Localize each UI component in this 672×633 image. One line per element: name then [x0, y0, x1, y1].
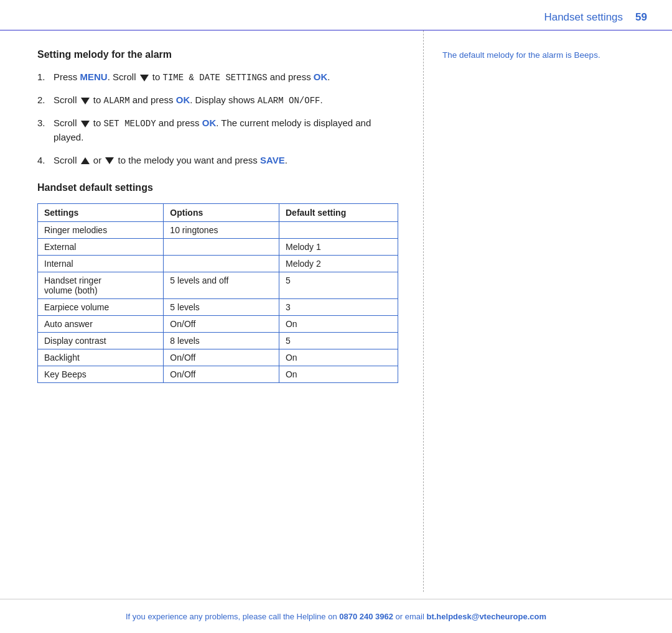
footer-text-middle: or email	[393, 612, 426, 621]
alarm-keyword: ALARM	[104, 96, 130, 106]
step-4: 4. Scroll or to the melody you want and …	[37, 154, 398, 168]
alarm-onoff: ALARM ON/OFF	[258, 96, 320, 106]
step-3-num: 3.	[37, 116, 54, 131]
table-cell-5-1: On/Off	[164, 316, 279, 333]
table-cell-6-0: Display contrast	[38, 333, 164, 349]
footer-phone: 0870 240 3962	[339, 612, 393, 621]
time-date-setting: TIME & DATE SETTINGS	[163, 73, 268, 83]
steps-list: 1. Press MENU. Scroll to TIME & DATE SET…	[37, 70, 398, 167]
left-content: Setting melody for the alarm 1. Press ME…	[0, 30, 424, 592]
table-cell-7-0: Backlight	[38, 349, 164, 366]
table-cell-6-2: 5	[279, 333, 398, 349]
step-1-body: Press MENU. Scroll to TIME & DATE SETTIN…	[54, 70, 398, 85]
table-row: Ringer melodies10 ringtones	[38, 222, 398, 239]
scroll-down-icon-3	[81, 121, 90, 127]
ok-keyword-1: OK	[314, 72, 328, 82]
page-header: Handset settings 59	[0, 0, 672, 30]
table-cell-8-1: On/Off	[164, 366, 279, 383]
table-row: BacklightOn/OffOn	[38, 349, 398, 366]
scroll-down-icon-4	[105, 157, 114, 164]
step-1-num: 1.	[37, 70, 54, 85]
table-cell-1-1	[164, 239, 279, 256]
save-keyword: SAVE	[260, 155, 285, 165]
sidebar-note: The default melody for the alarm is Beep…	[442, 50, 600, 60]
table-cell-4-0: Earpiece volume	[38, 299, 164, 316]
table-cell-6-1: 8 levels	[164, 333, 279, 349]
table-cell-4-1: 5 levels	[164, 299, 279, 316]
ok-keyword-3: OK	[202, 118, 217, 128]
table-cell-7-2: On	[279, 349, 398, 366]
footer-email: bt.helpdesk@vtecheurope.com	[426, 612, 546, 621]
table-cell-7-1: On/Off	[164, 349, 279, 366]
col-header-options: Options	[164, 204, 279, 222]
table-cell-5-0: Auto answer	[38, 316, 164, 333]
table-row: Display contrast8 levels5	[38, 333, 398, 349]
step-2-body: Scroll to ALARM and press OK. Display sh…	[54, 93, 398, 108]
table-cell-0-1: 10 ringtones	[164, 222, 279, 239]
step-3-body: Scroll to SET MELODY and press OK. The c…	[54, 116, 398, 145]
table-cell-2-0: Internal	[38, 256, 164, 272]
section1: Setting melody for the alarm 1. Press ME…	[37, 49, 398, 167]
table-cell-3-0: Handset ringer volume (both)	[38, 272, 164, 299]
section1-title: Setting melody for the alarm	[37, 49, 398, 60]
settings-table: Settings Options Default setting Ringer …	[37, 203, 398, 383]
table-row: Key BeepsOn/OffOn	[38, 366, 398, 383]
table-cell-2-2: Melody 2	[279, 256, 398, 272]
table-cell-1-0: External	[38, 239, 164, 256]
section2: Handset default settings Settings Option…	[37, 182, 398, 383]
table-row: InternalMelody 2	[38, 256, 398, 272]
table-cell-3-1: 5 levels and off	[164, 272, 279, 299]
scroll-down-icon	[140, 75, 149, 81]
table-row: ExternalMelody 1	[38, 239, 398, 256]
step-2: 2. Scroll to ALARM and press OK. Display…	[37, 93, 398, 108]
set-melody-keyword: SET MELODY	[104, 119, 156, 129]
ok-keyword-2: OK	[176, 95, 190, 105]
table-cell-5-2: On	[279, 316, 398, 333]
step-4-body: Scroll or to the melody you want and pre…	[54, 154, 398, 168]
step-4-num: 4.	[37, 154, 54, 168]
table-cell-3-2: 5	[279, 272, 398, 299]
step-1: 1. Press MENU. Scroll to TIME & DATE SET…	[37, 70, 398, 85]
table-cell-0-2	[279, 222, 398, 239]
section2-title: Handset default settings	[37, 182, 398, 193]
table-cell-1-2: Melody 1	[279, 239, 398, 256]
right-sidebar: The default melody for the alarm is Beep…	[424, 30, 672, 592]
header-title: Handset settings	[544, 11, 623, 24]
table-row: Handset ringer volume (both)5 levels and…	[38, 272, 398, 299]
table-cell-0-0: Ringer melodies	[38, 222, 164, 239]
footer-text-before: If you experience any problems, please c…	[126, 612, 339, 621]
main-layout: Setting melody for the alarm 1. Press ME…	[0, 30, 672, 592]
page-container: Handset settings 59 Setting melody for t…	[0, 0, 672, 633]
step-2-num: 2.	[37, 93, 54, 108]
col-header-settings: Settings	[38, 204, 164, 222]
table-body: Ringer melodies10 ringtonesExternalMelod…	[38, 222, 398, 383]
scroll-down-icon-2	[81, 98, 90, 104]
table-cell-4-2: 3	[279, 299, 398, 316]
table-cell-2-1	[164, 256, 279, 272]
col-header-default: Default setting	[279, 204, 398, 222]
table-row: Auto answerOn/OffOn	[38, 316, 398, 333]
footer: If you experience any problems, please c…	[0, 599, 672, 633]
step-3: 3. Scroll to SET MELODY and press OK. Th…	[37, 116, 398, 145]
footer-text: If you experience any problems, please c…	[126, 612, 546, 621]
table-cell-8-0: Key Beeps	[38, 366, 164, 383]
header-page-number: 59	[635, 11, 647, 24]
table-cell-8-2: On	[279, 366, 398, 383]
scroll-up-icon	[81, 157, 90, 164]
table-header-row: Settings Options Default setting	[38, 204, 398, 222]
menu-keyword: MENU	[80, 72, 108, 82]
table-row: Earpiece volume5 levels3	[38, 299, 398, 316]
